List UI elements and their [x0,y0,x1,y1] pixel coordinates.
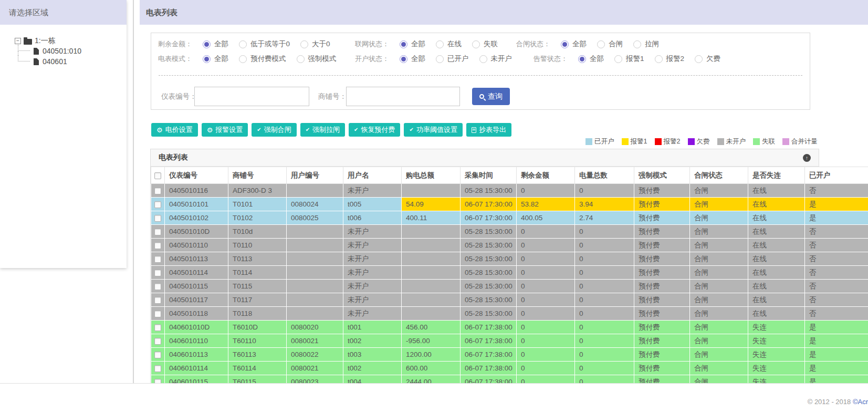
radio-option[interactable]: 在线 [436,39,462,49]
action-button[interactable]: ⚙报警设置 [202,123,248,137]
column-header[interactable]: 商铺号 [228,167,287,184]
radio-option[interactable]: 报警1 [614,54,644,64]
radio-icon[interactable] [400,40,407,48]
radio-icon[interactable] [203,55,211,63]
table-row[interactable]: 0405010101T01010080024t00554.0906-07 17:… [151,198,868,211]
radio-icon[interactable] [633,40,641,48]
row-checkbox[interactable] [154,338,161,345]
row-checkbox[interactable] [154,201,161,208]
table-row[interactable]: 040501010DT010d未开户05-28 15:30:0000预付费合闸在… [151,225,868,239]
row-checkbox[interactable] [154,352,161,358]
row-checkbox[interactable] [154,297,161,304]
radio-icon[interactable] [297,55,305,63]
table-row[interactable]: 040601010DT6010D0080020t001456.0006-07 1… [151,321,868,334]
column-header[interactable]: 是否失连 [748,167,805,184]
row-checkbox[interactable] [154,229,161,235]
column-header[interactable]: 强制模式 [634,167,690,184]
action-button[interactable]: ✔功率阈值设置 [404,123,462,137]
column-header[interactable]: 仪表编号 [165,167,228,184]
table-row[interactable]: 0405010115T0115未开户05-28 15:30:0000预付费合闸在… [151,280,868,293]
row-checkbox[interactable] [154,324,161,331]
radio-icon[interactable] [472,40,480,48]
radio-option[interactable]: 欠费 [695,54,720,64]
meter-no-input[interactable] [194,87,309,106]
radio-option[interactable]: 报警2 [655,54,685,64]
radio-icon[interactable] [578,55,586,63]
radio-option[interactable]: 低于或等于0 [239,39,290,49]
radio-option[interactable]: 已开户 [436,54,469,64]
column-header[interactable]: 购电总额 [402,167,461,184]
radio-option[interactable]: 全部 [400,39,425,49]
tree-root-label[interactable]: 1:一栋 [35,36,56,46]
radio-icon[interactable] [300,40,308,48]
table-row[interactable]: 0405010102T01020080025t006400.1106-07 17… [151,211,868,225]
table-row[interactable]: 0406010113T601130080022t0031200.0006-07 … [151,348,868,362]
row-checkbox[interactable] [154,188,161,194]
row-checkbox[interactable] [154,365,161,372]
radio-icon[interactable] [239,40,247,48]
column-header[interactable]: 采集时间 [461,167,517,184]
tree-node-label[interactable]: 040501:010 [43,47,81,55]
radio-option[interactable]: 强制模式 [297,54,337,64]
radio-option[interactable]: 全部 [203,54,228,64]
radio-option[interactable]: 全部 [578,54,604,64]
radio-option[interactable]: 预付费模式 [239,54,286,64]
radio-icon[interactable] [203,40,211,48]
action-button[interactable]: ✔强制合闸 [252,123,296,137]
radio-option[interactable]: 大于0 [300,39,330,49]
action-button[interactable]: ✔恢复预付费 [349,123,400,137]
radio-icon[interactable] [614,55,622,63]
tree-node[interactable]: 040501:010 [18,46,127,56]
table-row[interactable]: 0406010110T601100080021t002-956.0006-07 … [151,334,868,348]
table-row[interactable]: 0405010114T0114未开户05-28 15:30:0000预付费合闸在… [151,266,868,280]
collapse-minus-icon[interactable]: − [15,38,21,44]
column-header[interactable]: 已开户 [805,167,868,184]
column-header[interactable]: 合闸状态 [690,167,748,184]
table-row[interactable]: 0405010117T0117未开户05-28 15:30:0000预付费合闸在… [151,293,868,307]
radio-option[interactable]: 拉闸 [633,39,659,49]
query-button[interactable]: 查询 [472,88,510,105]
radio-icon[interactable] [561,40,569,48]
table-row[interactable]: 0406010115T601150080023t0042444.0006-07 … [151,375,868,384]
radio-icon[interactable] [479,55,487,63]
row-checkbox[interactable] [154,242,161,249]
radio-option[interactable]: 全部 [561,39,587,49]
table-row[interactable]: 0405010118T0118未开户05-28 15:30:0000预付费合闸在… [151,307,868,321]
table-row[interactable]: 0405010110T0110未开户05-28 15:30:0000预付费合闸在… [151,239,868,252]
row-checkbox[interactable] [154,270,161,276]
row-checkbox[interactable] [154,283,161,290]
table-row[interactable]: 0406010114T601140080021t002600.0006-07 1… [151,362,868,375]
table-row[interactable]: 0405010113T0113未开户05-28 15:30:0000预付费合闸在… [151,252,868,266]
shop-no-input[interactable] [346,87,460,106]
action-button[interactable]: ⚙电价设置 [151,123,198,137]
copyright-link[interactable]: ©Acr [853,398,868,406]
radio-icon[interactable] [597,40,605,48]
action-button[interactable]: ✔强制拉闸 [300,123,345,137]
row-checkbox[interactable] [154,215,161,222]
tree-node[interactable]: 040601 [18,56,127,67]
radio-option[interactable]: 未开户 [479,54,513,64]
radio-icon[interactable] [436,40,444,48]
column-header[interactable]: 电量总数 [575,167,634,184]
radio-icon[interactable] [400,55,407,63]
column-header[interactable]: 剩余金额 [517,167,575,184]
row-checkbox[interactable] [154,379,161,383]
radio-icon[interactable] [655,55,663,63]
select-all-checkbox[interactable] [154,172,161,179]
column-header[interactable]: 用户名 [343,167,402,184]
action-button[interactable]: 抄表导出 [466,123,511,137]
tree-node-label[interactable]: 040601 [43,57,67,66]
radio-icon[interactable] [436,55,444,63]
radio-option[interactable]: 全部 [203,39,228,49]
row-checkbox[interactable] [154,311,161,317]
tree-root-node[interactable]: − 1:一栋 [15,36,127,46]
radio-option[interactable]: 全部 [400,54,425,64]
radio-icon[interactable] [239,55,247,63]
column-header[interactable]: 用户编号 [287,167,343,184]
radio-option[interactable]: 失联 [472,39,498,49]
row-checkbox[interactable] [154,256,161,263]
collapse-up-icon[interactable]: ↑ [803,154,811,162]
radio-icon[interactable] [695,55,703,63]
table-row[interactable]: 0405010116ADF300-D 3未开户05-28 15:30:0000预… [151,184,868,198]
radio-option[interactable]: 合闸 [597,39,623,49]
